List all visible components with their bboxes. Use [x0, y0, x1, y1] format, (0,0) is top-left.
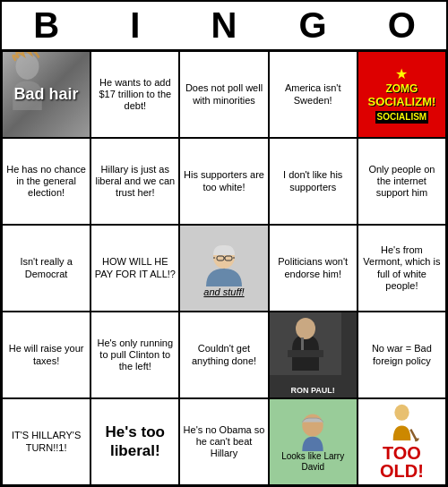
- cell-larry[interactable]: Looks like Larry David: [269, 398, 358, 485]
- bingo-board: B I N G O Bad hair He wants to add $17 t…: [0, 0, 448, 487]
- cell-r4c3-text: Couldn't get anything done!: [183, 343, 264, 366]
- cell-r1c4-text: America isn't Sweden!: [272, 82, 354, 106]
- cell-r4c5-text: No war = Bad foreign policy: [361, 343, 443, 366]
- cell-r4c1-text: He will raise your taxes!: [5, 343, 87, 366]
- cell-r5c2-text: He's too liberal!: [94, 423, 176, 460]
- cell-r2c1[interactable]: He has no chance in the general election…: [2, 138, 90, 225]
- letter-o: O: [361, 5, 442, 46]
- cell-r5c1-text: IT'S HILLARY'S TURN!!1!: [5, 430, 87, 453]
- svg-line-16: [410, 430, 417, 440]
- cell-r2c5-text: Only people on the internet support him: [361, 164, 443, 200]
- letter-i: I: [95, 5, 176, 46]
- ron-paul-caption: RON PAUL!: [270, 386, 357, 396]
- socializm-text: SOCIALIZM!: [367, 95, 435, 109]
- cell-r3c2-text: HOW WILL HE PAY FOR IT ALL!?: [94, 256, 176, 279]
- cell-ron-paul[interactable]: RON PAUL!: [269, 312, 358, 398]
- bingo-header: B I N G O: [2, 2, 446, 51]
- svg-point-15: [394, 405, 409, 421]
- letter-g: G: [272, 5, 353, 46]
- cell-r2c4[interactable]: I don't like his supporters: [269, 138, 358, 225]
- bingo-grid: Bad hair He wants to add $17 trillion to…: [2, 51, 446, 485]
- cell-r3c5[interactable]: He's from Vermont, which is full of whit…: [358, 225, 446, 312]
- cell-r2c2-text: Hillary is just as liberal and we can tr…: [94, 164, 176, 200]
- cell-r1c2[interactable]: He wants to add $17 trillion to the debt…: [90, 51, 179, 138]
- cell-r2c5[interactable]: Only people on the internet support him: [358, 138, 446, 225]
- cell-r4c5[interactable]: No war = Bad foreign policy: [358, 312, 446, 398]
- cell-r3c1[interactable]: Isn't really a Democrat: [2, 225, 90, 312]
- cell-r1c2-text: He wants to add $17 trillion to the debt…: [94, 77, 176, 113]
- bernie-text: and stuff!: [203, 286, 244, 298]
- larry-david-text: Looks like Larry David: [272, 451, 354, 473]
- cell-r2c4-text: I don't like his supporters: [272, 169, 354, 192]
- cell-r4c2[interactable]: He's only running to pull Clinton to the…: [90, 312, 179, 398]
- svg-point-12: [296, 318, 315, 339]
- letter-b: B: [6, 5, 87, 46]
- letter-n: N: [184, 5, 264, 46]
- cell-r4c1[interactable]: He will raise your taxes!: [2, 312, 90, 398]
- cell-bernie[interactable]: and stuff!: [179, 225, 268, 312]
- cell-r3c1-text: Isn't really a Democrat: [5, 256, 87, 279]
- svg-rect-13: [301, 337, 304, 350]
- cell-bad-hair[interactable]: Bad hair: [2, 51, 90, 138]
- socialism-text: SOCIALISM: [375, 111, 429, 124]
- cell-r3c4[interactable]: Politicians won't endorse him!: [269, 225, 358, 312]
- cell-too-old[interactable]: TOO OLD!: [358, 398, 446, 485]
- cell-r5c3[interactable]: He's no Obama so he can't beat Hillary: [179, 398, 268, 485]
- cell-r4c2-text: He's only running to pull Clinton to the…: [94, 337, 176, 373]
- cell-r5c3-text: He's no Obama so he can't beat Hillary: [183, 424, 264, 460]
- bad-hair-label: Bad hair: [14, 85, 79, 105]
- cell-r2c3[interactable]: His supporters are too white!: [179, 138, 268, 225]
- svg-rect-11: [288, 350, 323, 357]
- cell-r3c4-text: Politicians won't endorse him!: [272, 256, 354, 279]
- cell-r2c3-text: His supporters are too white!: [183, 169, 264, 192]
- cell-r3c2[interactable]: HOW WILL HE PAY FOR IT ALL!?: [90, 225, 179, 312]
- cell-r2c2[interactable]: Hillary is just as liberal and we can tr…: [90, 138, 179, 225]
- cell-socialism[interactable]: ★ ZOMG SOCIALIZM! SOCIALISM: [358, 51, 446, 138]
- cell-r2c1-text: He has no chance in the general election…: [5, 164, 87, 200]
- cell-r4c3[interactable]: Couldn't get anything done!: [179, 312, 268, 398]
- cell-r1c3-text: Does not poll well with minorities: [183, 82, 264, 106]
- cell-r5c2[interactable]: He's too liberal!: [90, 398, 179, 485]
- cell-r1c4[interactable]: America isn't Sweden!: [269, 51, 358, 138]
- too-old-text: TOO OLD!: [380, 444, 424, 480]
- cell-r3c5-text: He's from Vermont, which is full of whit…: [361, 244, 443, 292]
- cell-r5c1[interactable]: IT'S HILLARY'S TURN!!1!: [2, 398, 90, 485]
- svg-point-14: [302, 414, 323, 437]
- zomg-text: ZOMG: [385, 82, 418, 95]
- cell-r1c3[interactable]: Does not poll well with minorities: [179, 51, 268, 138]
